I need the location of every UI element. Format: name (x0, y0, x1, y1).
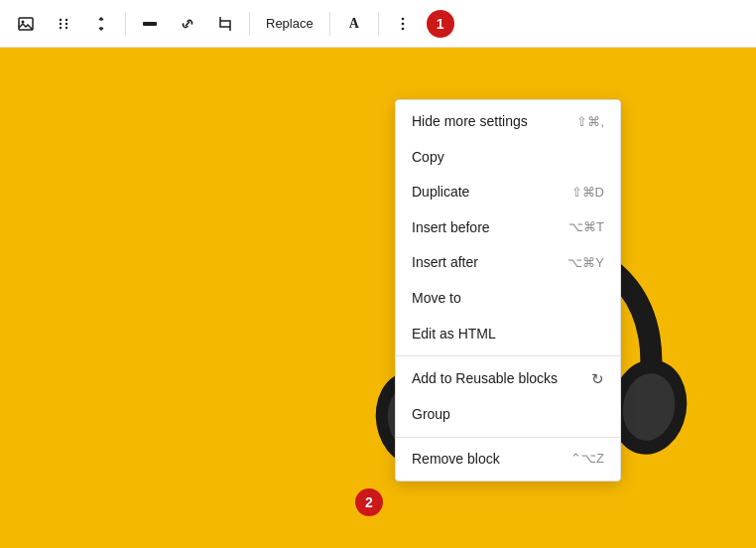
refresh-icon: ↻ (591, 368, 604, 389)
image-button[interactable] (8, 6, 44, 42)
duplicate-label: Duplicate (412, 183, 469, 203)
badge-1-label: 1 (437, 16, 444, 32)
insert-after-label: Insert after (412, 253, 478, 273)
divider-3 (329, 12, 330, 36)
link-icon (179, 15, 196, 33)
more-icon (394, 15, 412, 33)
crop-icon (216, 15, 234, 33)
copy-label: Copy (412, 148, 444, 168)
svg-point-6 (60, 26, 62, 28)
drag-button[interactable] (46, 6, 81, 42)
replace-label: Replace (266, 16, 314, 31)
move-button[interactable] (83, 6, 119, 42)
badge-2: 2 (355, 488, 383, 516)
crop-button[interactable] (207, 6, 243, 42)
dropdown-section-2: Add to Reusable blocks ↻ Group (396, 356, 620, 438)
svg-point-7 (65, 26, 67, 28)
insert-before-item[interactable]: Insert before ⌥⌘T (396, 210, 620, 246)
remove-block-label: Remove block (412, 450, 500, 470)
remove-block-item[interactable]: Remove block ⌃⌥Z (396, 442, 620, 478)
insert-before-label: Insert before (412, 218, 490, 238)
svg-rect-8 (143, 22, 157, 26)
divider-4 (378, 12, 379, 36)
image-block[interactable] (0, 48, 756, 548)
more-button[interactable] (385, 6, 421, 42)
hide-more-settings-shortcut: ⇧⌘, (576, 113, 604, 131)
insert-before-shortcut: ⌥⌘T (568, 218, 604, 236)
content-area: 2 Hide more settings ⇧⌘, Copy Duplicate … (0, 48, 756, 548)
group-item[interactable]: Group (396, 397, 620, 433)
toolbar: Replace A 1 (0, 0, 756, 48)
svg-point-4 (60, 22, 62, 24)
move-to-label: Move to (412, 289, 461, 309)
copy-item[interactable]: Copy (396, 140, 620, 176)
badge-1: 1 (427, 10, 454, 38)
remove-block-shortcut: ⌃⌥Z (570, 450, 604, 468)
text-button[interactable]: A (336, 6, 372, 42)
hide-more-settings-label: Hide more settings (412, 112, 528, 132)
badge-2-label: 2 (365, 494, 373, 510)
group-label: Group (412, 405, 450, 425)
edit-as-html-label: Edit as HTML (412, 325, 496, 344)
duplicate-item[interactable]: Duplicate ⇧⌘D (396, 175, 620, 210)
add-reusable-item[interactable]: Add to Reusable blocks ↻ (396, 360, 620, 397)
svg-point-10 (401, 22, 404, 25)
add-reusable-label: Add to Reusable blocks (412, 369, 558, 389)
text-icon: A (349, 16, 359, 32)
insert-after-item[interactable]: Insert after ⌥⌘Y (396, 245, 620, 281)
svg-point-5 (65, 22, 67, 24)
dropdown-section-1: Hide more settings ⇧⌘, Copy Duplicate ⇧⌘… (396, 100, 620, 356)
duplicate-shortcut: ⇧⌘D (571, 184, 604, 202)
replace-button[interactable]: Replace (256, 6, 323, 42)
insert-after-shortcut: ⌥⌘Y (567, 254, 604, 272)
align-button[interactable] (132, 6, 168, 42)
align-icon (141, 15, 159, 33)
svg-point-3 (65, 18, 67, 20)
drag-icon (55, 15, 72, 33)
dropdown-section-3: Remove block ⌃⌥Z (396, 438, 620, 481)
svg-point-9 (401, 17, 404, 20)
image-icon (17, 15, 35, 33)
move-icon (92, 15, 110, 33)
divider-2 (249, 12, 250, 36)
link-button[interactable] (170, 6, 205, 42)
divider-1 (125, 12, 126, 36)
dropdown-menu: Hide more settings ⇧⌘, Copy Duplicate ⇧⌘… (395, 99, 621, 481)
move-to-item[interactable]: Move to (396, 281, 620, 317)
svg-point-11 (401, 27, 404, 30)
svg-point-2 (60, 18, 62, 20)
hide-more-settings-item[interactable]: Hide more settings ⇧⌘, (396, 104, 620, 140)
edit-as-html-item[interactable]: Edit as HTML (396, 317, 620, 352)
